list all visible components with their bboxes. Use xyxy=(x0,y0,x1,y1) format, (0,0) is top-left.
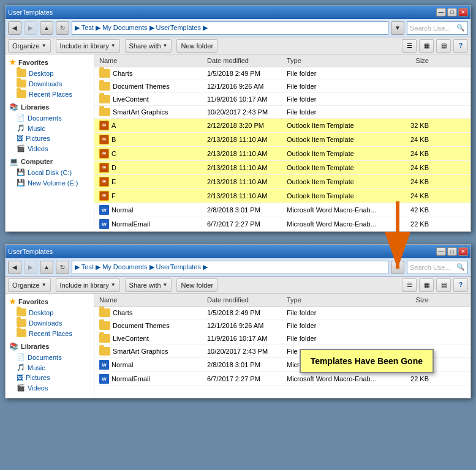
table-row[interactable]: Charts 1/5/2018 2:49 PM File folder xyxy=(94,67,470,80)
breadcrumb-1: ▶ Test ▶ My Documents ▶ UserTemplates ▶ xyxy=(75,24,208,32)
sidebar-item-videos-1[interactable]: 🎬 Videos xyxy=(6,143,94,154)
computer-header-1[interactable]: 💻 Computer xyxy=(6,156,94,167)
up-button-2[interactable]: ▲ xyxy=(40,261,53,274)
new-volume-label-1: New Volume (E:) xyxy=(28,179,78,187)
title-bar-label-2: UserTemplates xyxy=(8,248,53,255)
address-path-2[interactable]: ▶ Test ▶ My Documents ▶ UserTemplates ▶ xyxy=(72,261,388,274)
col-name-header-2[interactable]: Name xyxy=(94,295,205,305)
libraries-header-1[interactable]: 📚 Libraries xyxy=(6,102,94,113)
new-folder-button-2[interactable]: New folder xyxy=(176,278,217,292)
file-type-cell: File folder xyxy=(284,94,395,104)
col-type-header-1[interactable]: Type xyxy=(284,56,395,65)
organize-button-1[interactable]: Organize ▼ xyxy=(8,39,51,53)
address-path-1[interactable]: ▶ Test ▶ My Documents ▶ UserTemplates ▶ xyxy=(72,21,388,35)
forward-button-1[interactable]: ▶ xyxy=(24,21,37,35)
sidebar-item-music-1[interactable]: 🎵 Music xyxy=(6,123,94,133)
help-button-1[interactable]: ? xyxy=(453,39,468,53)
music-label-2: Music xyxy=(28,364,45,371)
preview-button-2[interactable]: ▤ xyxy=(436,278,451,292)
sidebar-item-music-2[interactable]: 🎵 Music xyxy=(6,362,94,373)
desktop-label-2: Desktop xyxy=(29,309,53,316)
search-dropdown-1[interactable]: ▼ xyxy=(391,21,404,35)
sidebar-item-downloads-1[interactable]: Downloads xyxy=(6,78,94,89)
view-details-button-1[interactable]: ☰ xyxy=(402,39,417,53)
table-row[interactable]: ✉ C 2/13/2018 11:10 AM Outlook Item Temp… xyxy=(94,147,470,161)
file-name-cell: LiveContent xyxy=(94,333,205,344)
sidebar-item-desktop-2[interactable]: Desktop xyxy=(6,307,94,318)
back-button-2[interactable]: ◀ xyxy=(8,261,21,274)
sidebar-item-recent-2[interactable]: Recent Places xyxy=(6,328,94,338)
back-button-1[interactable]: ◀ xyxy=(8,21,21,35)
table-row[interactable]: W NormalEmail 6/7/2017 2:27 PM Microsoft… xyxy=(94,372,470,386)
videos-label-1: Videos xyxy=(28,145,48,152)
table-row[interactable]: LiveContent 11/9/2016 10:17 AM File fold… xyxy=(94,93,470,106)
downloads-label-1: Downloads xyxy=(29,80,62,88)
view-details-button-2[interactable]: ☰ xyxy=(402,278,417,292)
sidebar-item-pictures-1[interactable]: 🖼 Pictures xyxy=(6,133,94,143)
preview-button-1[interactable]: ▤ xyxy=(436,39,451,53)
file-size-cell xyxy=(395,111,431,113)
file-name-label: SmartArt Graphics xyxy=(113,348,168,355)
share-with-button-2[interactable]: Share with ▼ xyxy=(125,278,172,292)
share-with-button-1[interactable]: Share with ▼ xyxy=(125,39,172,53)
share-chevron-1: ▼ xyxy=(163,43,168,48)
sidebar-item-documents-2[interactable]: 📄 Documents xyxy=(6,352,94,362)
col-size-header-2[interactable]: Size xyxy=(395,295,431,305)
col-size-header-1[interactable]: Size xyxy=(395,56,431,65)
file-date-cell: 2/13/2018 11:10 AM xyxy=(205,177,284,187)
file-date-cell: 12/1/2016 9:26 AM xyxy=(205,81,284,91)
close-button-2[interactable]: ✕ xyxy=(458,247,468,256)
include-library-button-1[interactable]: Include in library ▼ xyxy=(56,39,120,53)
up-button-1[interactable]: ▲ xyxy=(40,21,53,35)
table-row[interactable]: LiveContent 11/9/2016 10:17 AM File fold… xyxy=(94,332,470,345)
favorites-label-1: Favorites xyxy=(18,59,48,66)
search-box-1[interactable]: Search Use... 🔍 xyxy=(407,21,468,35)
sidebar-item-desktop-1[interactable]: Desktop xyxy=(6,68,94,78)
organize-button-2[interactable]: Organize ▼ xyxy=(8,278,51,292)
maximize-button-2[interactable]: □ xyxy=(447,247,457,256)
minimize-button-1[interactable]: — xyxy=(436,8,446,17)
col-name-header-1[interactable]: Name xyxy=(94,56,205,65)
recent-icon-2 xyxy=(17,329,26,337)
include-library-button-2[interactable]: Include in library ▼ xyxy=(56,278,120,292)
table-row[interactable]: Charts 1/5/2018 2:49 PM File folder xyxy=(94,307,470,319)
table-row[interactable]: Document Themes 12/1/2016 9:26 AM File f… xyxy=(94,319,470,332)
table-row[interactable]: ✉ E 2/13/2018 11:10 AM Outlook Item Temp… xyxy=(94,175,470,189)
view-toggle-button-2[interactable]: ▦ xyxy=(419,278,434,292)
view-toggle-button-1[interactable]: ▦ xyxy=(419,39,434,53)
refresh-button-2[interactable]: ↻ xyxy=(56,261,69,274)
libraries-header-2[interactable]: 📚 Libraries xyxy=(6,341,94,352)
sidebar-item-documents-1[interactable]: 📄 Documents xyxy=(6,113,94,123)
favorites-icon-1: ★ xyxy=(9,58,16,67)
close-button-1[interactable]: ✕ xyxy=(458,8,468,17)
sidebar-item-recent-1[interactable]: Recent Places xyxy=(6,89,94,99)
file-type-cell: File folder xyxy=(284,107,395,117)
favorites-header-1[interactable]: ★ Favorites xyxy=(6,57,94,68)
sidebar-item-videos-2[interactable]: 🎬 Videos xyxy=(6,382,94,393)
minimize-button-2[interactable]: — xyxy=(436,247,446,256)
file-list-2: Name Date modified Type Size Charts 1/5/… xyxy=(94,294,470,398)
maximize-button-1[interactable]: □ xyxy=(447,8,457,17)
new-folder-button-1[interactable]: New folder xyxy=(176,39,217,53)
table-row[interactable]: Document Themes 12/1/2016 9:26 AM File f… xyxy=(94,80,470,93)
folder-icon xyxy=(99,347,110,356)
refresh-button-1[interactable]: ↻ xyxy=(56,21,69,35)
table-row[interactable]: SmartArt Graphics 10/20/2017 2:43 PM Fil… xyxy=(94,106,470,119)
table-row[interactable]: ✉ A 2/12/2018 3:20 PM Outlook Item Templ… xyxy=(94,119,470,133)
file-type-cell: Microsoft Word Macro-Enab... xyxy=(284,374,395,384)
col-date-header-1[interactable]: Date modified xyxy=(205,56,284,65)
table-row[interactable]: ✉ D 2/13/2018 11:10 AM Outlook Item Temp… xyxy=(94,161,470,175)
col-date-header-2[interactable]: Date modified xyxy=(205,295,284,305)
sidebar-item-new-volume-1[interactable]: 💾 New Volume (E:) xyxy=(6,177,94,188)
forward-button-2[interactable]: ▶ xyxy=(24,261,37,274)
sidebar-item-local-disk-1[interactable]: 💾 Local Disk (C:) xyxy=(6,167,94,177)
local-disk-label-1: Local Disk (C:) xyxy=(28,169,72,176)
sidebar-item-pictures-2[interactable]: 🖼 Pictures xyxy=(6,373,94,382)
favorites-header-2[interactable]: ★ Favorites xyxy=(6,296,94,307)
file-date-cell: 2/8/2018 3:01 PM xyxy=(205,360,284,370)
table-row[interactable]: ✉ B 2/13/2018 11:10 AM Outlook Item Temp… xyxy=(94,133,470,147)
col-type-header-2[interactable]: Type xyxy=(284,295,395,305)
file-size-cell xyxy=(395,98,431,100)
help-button-2[interactable]: ? xyxy=(453,278,468,292)
sidebar-item-downloads-2[interactable]: Downloads xyxy=(6,318,94,328)
